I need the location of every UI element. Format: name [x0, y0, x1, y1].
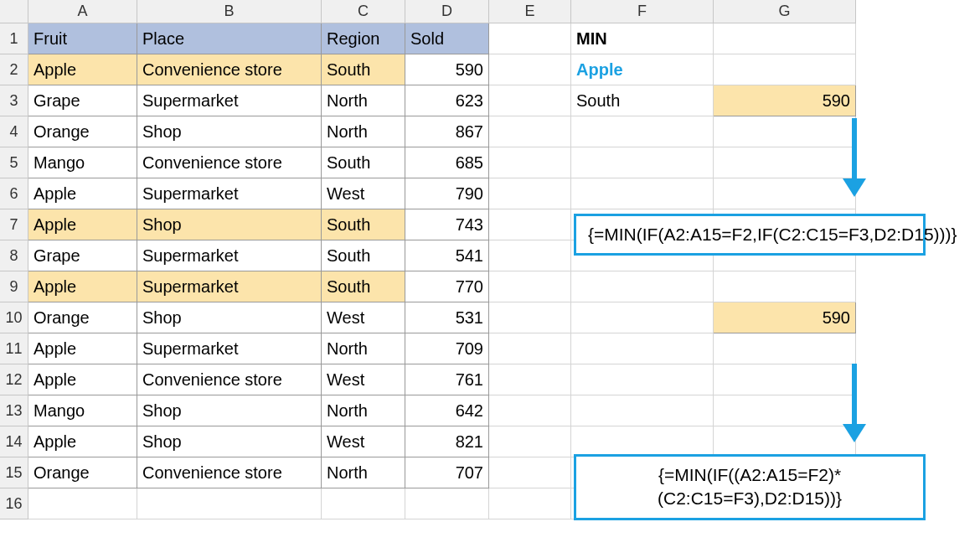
cell-E14[interactable]	[489, 426, 571, 457]
cell-C16[interactable]	[322, 488, 405, 519]
cell-A11[interactable]: Apple	[28, 333, 137, 364]
cell-B8[interactable]: Supermarket	[137, 240, 322, 271]
cell-B2[interactable]: Convenience store	[137, 54, 322, 85]
cell-C7[interactable]: South	[322, 209, 405, 240]
cell-D10[interactable]: 531	[405, 302, 489, 333]
cell-G3-result[interactable]: 590	[714, 85, 856, 116]
cell-E10[interactable]	[489, 302, 571, 333]
cell-D14[interactable]: 821	[405, 426, 489, 457]
cell-D4[interactable]: 867	[405, 116, 489, 147]
cell-A8[interactable]: Grape	[28, 240, 137, 271]
cell-C13[interactable]: North	[322, 395, 405, 426]
row-header-13[interactable]: 13	[0, 395, 28, 426]
cell-A1[interactable]: Fruit	[28, 23, 137, 54]
cell-C3[interactable]: North	[322, 85, 405, 116]
cell-C2[interactable]: South	[322, 54, 405, 85]
row-header-8[interactable]: 8	[0, 240, 28, 271]
cell-D1[interactable]: Sold	[405, 23, 489, 54]
cell-A9[interactable]: Apple	[28, 271, 137, 302]
cell-A16[interactable]	[28, 488, 137, 519]
cell-G9[interactable]	[714, 271, 856, 302]
cell-B14[interactable]: Shop	[137, 426, 322, 457]
cell-G10-result[interactable]: 590	[714, 302, 856, 333]
cell-F11[interactable]	[571, 333, 714, 364]
row-header-4[interactable]: 4	[0, 116, 28, 147]
cell-E2[interactable]	[489, 54, 571, 85]
cell-E3[interactable]	[489, 85, 571, 116]
cell-G14[interactable]	[714, 426, 856, 457]
cell-C11[interactable]: North	[322, 333, 405, 364]
cell-C6[interactable]: West	[322, 178, 405, 209]
cell-F6[interactable]	[571, 178, 714, 209]
row-header-10[interactable]: 10	[0, 302, 28, 333]
row-header-2[interactable]: 2	[0, 54, 28, 85]
cell-B3[interactable]: Supermarket	[137, 85, 322, 116]
col-header-A[interactable]: A	[28, 0, 137, 23]
cell-B4[interactable]: Shop	[137, 116, 322, 147]
cell-F2-criterion-fruit[interactable]: Apple	[571, 54, 714, 85]
cell-E13[interactable]	[489, 395, 571, 426]
cell-E11[interactable]	[489, 333, 571, 364]
cell-F9[interactable]	[571, 271, 714, 302]
cell-G4[interactable]	[714, 116, 856, 147]
row-header-11[interactable]: 11	[0, 333, 28, 364]
cell-A12[interactable]: Apple	[28, 364, 137, 395]
cell-F14[interactable]	[571, 426, 714, 457]
cell-C1[interactable]: Region	[322, 23, 405, 54]
col-header-B[interactable]: B	[137, 0, 322, 23]
cell-C9[interactable]: South	[322, 271, 405, 302]
cell-F12[interactable]	[571, 364, 714, 395]
cell-G13[interactable]	[714, 395, 856, 426]
cell-B13[interactable]: Shop	[137, 395, 322, 426]
cell-E16[interactable]	[489, 488, 571, 519]
cell-A13[interactable]: Mango	[28, 395, 137, 426]
cell-C8[interactable]: South	[322, 240, 405, 271]
col-header-C[interactable]: C	[322, 0, 405, 23]
cell-E8[interactable]	[489, 240, 571, 271]
cell-E4[interactable]	[489, 116, 571, 147]
cell-A5[interactable]: Mango	[28, 147, 137, 178]
cell-D5[interactable]: 685	[405, 147, 489, 178]
cell-G6[interactable]	[714, 178, 856, 209]
cell-B9[interactable]: Supermarket	[137, 271, 322, 302]
cell-D3[interactable]: 623	[405, 85, 489, 116]
cell-B16[interactable]	[137, 488, 322, 519]
col-header-E[interactable]: E	[489, 0, 571, 23]
cell-F13[interactable]	[571, 395, 714, 426]
row-header-1[interactable]: 1	[0, 23, 28, 54]
cell-E12[interactable]	[489, 364, 571, 395]
cell-G12[interactable]	[714, 364, 856, 395]
cell-C15[interactable]: North	[322, 457, 405, 488]
row-header-16[interactable]: 16	[0, 488, 28, 519]
col-header-G[interactable]: G	[714, 0, 856, 23]
cell-D12[interactable]: 761	[405, 364, 489, 395]
cell-B1[interactable]: Place	[137, 23, 322, 54]
cell-G11[interactable]	[714, 333, 856, 364]
cell-E5[interactable]	[489, 147, 571, 178]
cell-C5[interactable]: South	[322, 147, 405, 178]
cell-F3-criterion-region[interactable]: South	[571, 85, 714, 116]
cell-C4[interactable]: North	[322, 116, 405, 147]
cell-E9[interactable]	[489, 271, 571, 302]
cell-A6[interactable]: Apple	[28, 178, 137, 209]
row-header-3[interactable]: 3	[0, 85, 28, 116]
cell-D16[interactable]	[405, 488, 489, 519]
cell-F5[interactable]	[571, 147, 714, 178]
cell-A14[interactable]: Apple	[28, 426, 137, 457]
col-header-F[interactable]: F	[571, 0, 714, 23]
cell-A4[interactable]: Orange	[28, 116, 137, 147]
cell-A10[interactable]: Orange	[28, 302, 137, 333]
cell-B5[interactable]: Convenience store	[137, 147, 322, 178]
cell-D7[interactable]: 743	[405, 209, 489, 240]
cell-F10[interactable]	[571, 302, 714, 333]
cell-D15[interactable]: 707	[405, 457, 489, 488]
row-header-9[interactable]: 9	[0, 271, 28, 302]
cell-E6[interactable]	[489, 178, 571, 209]
row-header-5[interactable]: 5	[0, 147, 28, 178]
cell-C12[interactable]: West	[322, 364, 405, 395]
cell-E7[interactable]	[489, 209, 571, 240]
cell-C10[interactable]: West	[322, 302, 405, 333]
cell-D11[interactable]: 709	[405, 333, 489, 364]
cell-D2[interactable]: 590	[405, 54, 489, 85]
col-header-D[interactable]: D	[405, 0, 489, 23]
